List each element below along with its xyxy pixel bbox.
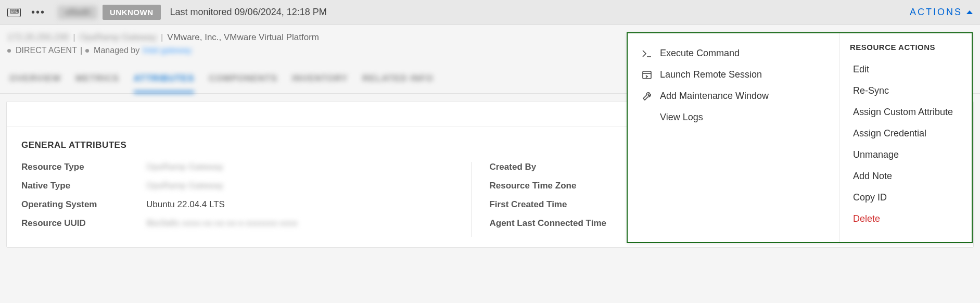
attr-label: Resource Time Zone: [489, 181, 614, 191]
action-assign-credential[interactable]: Assign Credential: [850, 123, 961, 144]
action-add-note[interactable]: Add Note: [850, 166, 961, 187]
action-label: Add Note: [853, 171, 892, 182]
more-icon[interactable]: •••: [31, 6, 45, 18]
action-execute-command[interactable]: Execute Command: [638, 43, 829, 64]
separator: |: [73, 32, 75, 43]
attr-label: Native Type: [21, 181, 146, 191]
device-name-blurred: xRedli: [58, 6, 97, 19]
actions-panel-right: RESOURCE ACTIONS Edit Re-Sync Assign Cus…: [839, 33, 972, 242]
status-dot-icon: [7, 49, 11, 53]
action-label: View Logs: [660, 112, 703, 123]
managed-by-blurred: Intel gateway: [143, 46, 192, 55]
tab-overview[interactable]: OVERVIEW: [9, 73, 61, 93]
managed-by-label: Managed by: [94, 46, 139, 55]
attr-label: Agent Last Connected Time: [489, 218, 606, 229]
vendor-text: VMware, Inc., VMware Virtual Platform: [167, 32, 319, 43]
status-badge: UNKNOWN: [103, 5, 161, 20]
meta-line-1: 172.20.255.230 | OpsRamp Gateway | VMwar…: [7, 32, 717, 43]
wrench-icon: [641, 91, 653, 102]
action-delete[interactable]: Delete: [850, 208, 961, 230]
tab-attributes[interactable]: ATTRIBUTES: [134, 73, 194, 93]
keyboard-icon[interactable]: [7, 8, 21, 17]
action-label: Assign Custom Attribute: [853, 107, 953, 118]
actions-label: ACTIONS: [910, 7, 962, 18]
ip-blurred: 172.20.255.230: [7, 32, 69, 43]
attr-label: Created By: [489, 162, 614, 172]
action-assign-custom-attribute[interactable]: Assign Custom Attribute: [850, 102, 961, 123]
action-add-maintenance[interactable]: Add Maintenance Window: [638, 85, 829, 107]
action-label: Launch Remote Session: [660, 69, 762, 80]
remote-session-icon: [641, 70, 653, 80]
separator: |: [161, 32, 163, 43]
action-resync[interactable]: Re-Sync: [850, 80, 961, 102]
svg-rect-1: [643, 71, 651, 79]
action-unmanage[interactable]: Unmanage: [850, 144, 961, 166]
attr-value: Ubuntu 22.04.4 LTS: [146, 199, 225, 210]
attr-row-resource-type: Resource Type OpsRamp Gateway: [21, 162, 471, 172]
action-label: Assign Credential: [853, 128, 926, 139]
attr-row-uuid: Resource UUID 8bc0a8c-xxxx-xx-xx-xx-x-xx…: [21, 218, 471, 229]
status-dot-icon: [85, 49, 89, 53]
name-blurred: OpsRamp Gateway: [80, 32, 157, 43]
actions-dropdown-panel: Execute Command Launch Remote Session Ad…: [627, 32, 973, 243]
meta-line-2: DIRECT AGENT | Managed by Intel gateway: [7, 46, 717, 55]
resource-actions-heading: RESOURCE ACTIONS: [850, 43, 961, 52]
action-view-logs[interactable]: View Logs: [638, 107, 829, 128]
attr-value: OpsRamp Gateway: [146, 181, 223, 191]
attr-label: Resource Type: [21, 162, 146, 172]
action-edit[interactable]: Edit: [850, 59, 961, 80]
action-label: Re-Sync: [853, 85, 889, 96]
attr-value: 8bc0a8c-xxxx-xx-xx-xx-x-xxxxxxx-xxxx: [146, 218, 298, 229]
meta-column: 172.20.255.230 | OpsRamp Gateway | VMwar…: [7, 32, 717, 55]
terminal-icon: [641, 49, 653, 58]
action-label: Delete: [853, 213, 880, 224]
action-label: Unmanage: [853, 149, 899, 160]
actions-button[interactable]: ACTIONS: [910, 7, 973, 18]
attr-value: OpsRamp Gateway: [146, 162, 223, 172]
attr-label: Resource UUID: [21, 218, 146, 229]
tab-components[interactable]: COMPONENTS: [209, 73, 277, 93]
action-label: Copy ID: [853, 192, 887, 203]
action-launch-remote[interactable]: Launch Remote Session: [638, 64, 829, 85]
chevron-up-icon: [966, 10, 973, 14]
separator: |: [80, 46, 82, 55]
last-monitored-text: Last monitored 09/06/2024, 12:18 PM: [170, 7, 327, 18]
action-copy-id[interactable]: Copy ID: [850, 187, 961, 208]
attr-row-native-type: Native Type OpsRamp Gateway: [21, 181, 471, 191]
action-label: Execute Command: [660, 48, 740, 59]
top-bar: ••• xRedli UNKNOWN Last monitored 09/06/…: [0, 0, 980, 25]
tab-inventory[interactable]: INVENTORY: [292, 73, 348, 93]
tab-metrics[interactable]: METRICS: [75, 73, 119, 93]
action-label: Edit: [853, 64, 869, 75]
action-label: Add Maintenance Window: [660, 91, 769, 102]
attr-label: Operating System: [21, 199, 146, 210]
attr-label: First Created Time: [489, 199, 614, 210]
actions-panel-left: Execute Command Launch Remote Session Ad…: [628, 33, 839, 242]
agent-text: DIRECT AGENT: [16, 46, 77, 55]
tab-related-info[interactable]: RELATED INFO: [362, 73, 433, 93]
attr-row-os: Operating System Ubuntu 22.04.4 LTS: [21, 199, 471, 210]
attribute-col-left: Resource Type OpsRamp Gateway Native Typ…: [21, 162, 471, 237]
